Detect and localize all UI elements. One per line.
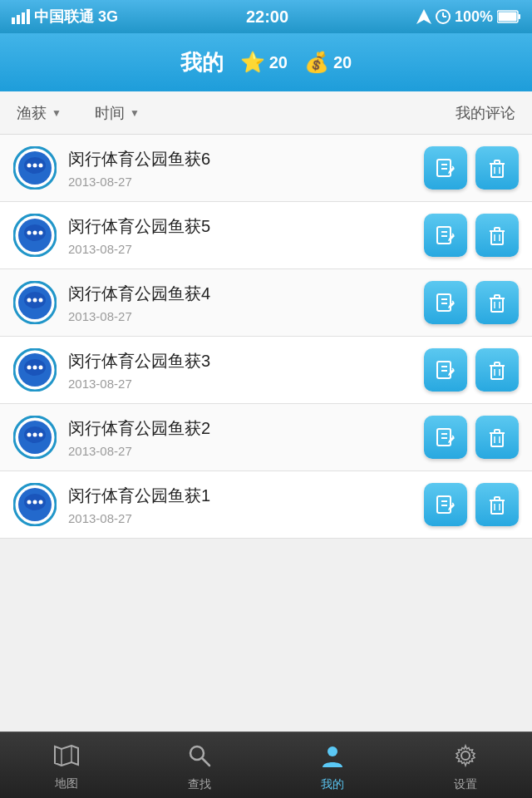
star-badge: ⭐ 20 (240, 51, 288, 74)
item-text: 闵行体育公园鱼获5 2013-08-27 (68, 215, 412, 256)
map-icon (53, 745, 80, 772)
bottom-nav: 地图 查找 我的 设置 (0, 732, 532, 798)
svg-rect-54 (491, 298, 503, 312)
nav-item-mine[interactable]: 我的 (266, 739, 399, 792)
svg-point-15 (33, 164, 37, 168)
delete-button[interactable] (475, 483, 519, 526)
svg-point-78 (27, 433, 32, 437)
edit-button[interactable] (424, 416, 467, 459)
nav-settings-label: 设置 (454, 777, 477, 792)
money-count: 20 (333, 53, 352, 72)
svg-rect-88 (495, 430, 500, 433)
svg-point-95 (33, 500, 37, 505)
svg-rect-104 (495, 497, 500, 500)
item-chat-icon (13, 281, 57, 324)
star-icon: ⭐ (240, 51, 265, 74)
list-item: 闵行体育公园鱼获5 2013-08-27 (0, 202, 532, 269)
edit-button[interactable] (424, 483, 467, 526)
carrier-label: 中国联通 (34, 7, 94, 27)
svg-point-96 (39, 500, 43, 505)
item-chat-icon (13, 483, 57, 526)
nav-mine-label: 我的 (321, 777, 344, 792)
clock-icon (436, 9, 451, 24)
battery-label: 100% (455, 8, 493, 26)
item-text: 闵行体育公园鱼获6 2013-08-27 (68, 148, 412, 189)
svg-rect-24 (495, 160, 500, 164)
header: 我的 ⭐ 20 💰 20 (0, 33, 532, 91)
filter-catch[interactable]: 渔获 ▼ (17, 103, 62, 123)
delete-button[interactable] (475, 214, 519, 257)
filter-time-label: 时间 (95, 103, 125, 123)
svg-point-63 (33, 366, 37, 370)
svg-point-31 (33, 231, 37, 235)
item-text: 闵行体育公园鱼获3 2013-08-27 (68, 350, 412, 391)
item-chat-icon (13, 146, 57, 190)
svg-point-112 (461, 751, 470, 760)
nav-item-settings[interactable]: 设置 (399, 739, 532, 792)
edit-button[interactable] (424, 146, 467, 190)
item-actions (424, 214, 519, 257)
delete-button[interactable] (475, 416, 519, 459)
filter-comment[interactable]: 我的评论 (456, 103, 515, 123)
list-item: 闵行体育公园鱼获3 2013-08-27 (0, 337, 532, 404)
nav-item-map[interactable]: 地图 (0, 740, 133, 791)
item-title: 闵行体育公园鱼获4 (68, 283, 412, 305)
filter-time[interactable]: 时间 ▼ (95, 103, 140, 123)
item-actions (424, 146, 519, 190)
nav-search-label: 查找 (188, 777, 211, 792)
svg-point-111 (328, 746, 337, 756)
svg-rect-3 (27, 9, 30, 24)
status-right: 100% (416, 8, 520, 26)
nav-item-search[interactable]: 查找 (133, 739, 266, 792)
delete-button[interactable] (475, 281, 519, 324)
svg-rect-2 (22, 12, 25, 24)
delete-button[interactable] (475, 348, 519, 392)
time-label: 22:00 (246, 7, 288, 27)
battery-icon (497, 10, 520, 23)
svg-point-62 (27, 366, 32, 370)
svg-rect-1 (17, 15, 20, 24)
item-actions (424, 483, 519, 526)
item-actions (424, 281, 519, 324)
svg-point-47 (33, 298, 37, 303)
search-icon (188, 744, 211, 773)
money-badge: 💰 20 (304, 51, 352, 74)
edit-button[interactable] (424, 348, 467, 392)
item-actions (424, 416, 519, 459)
svg-rect-40 (495, 228, 500, 231)
item-title: 闵行体育公园鱼获3 (68, 350, 412, 372)
delete-button[interactable] (475, 146, 519, 190)
status-left: 中国联通 3G (12, 7, 118, 27)
signal-icon (12, 9, 30, 24)
time-arrow-icon: ▼ (130, 107, 140, 119)
svg-rect-72 (495, 362, 500, 366)
money-icon: 💰 (304, 51, 329, 74)
network-label: 3G (98, 8, 118, 26)
edit-button[interactable] (424, 281, 467, 324)
filter-catch-label: 渔获 (17, 103, 47, 123)
person-icon (321, 744, 344, 773)
svg-point-30 (27, 231, 32, 235)
svg-point-79 (33, 433, 37, 437)
edit-button[interactable] (424, 214, 467, 257)
catch-arrow-icon: ▼ (52, 107, 62, 119)
item-text: 闵行体育公园鱼获1 2013-08-27 (68, 485, 412, 525)
nav-map-label: 地图 (55, 776, 78, 791)
list-container: 闵行体育公园鱼获6 2013-08-27 (0, 135, 532, 732)
svg-rect-102 (491, 500, 503, 514)
item-chat-icon (13, 214, 57, 257)
svg-point-46 (27, 298, 32, 303)
svg-rect-9 (519, 14, 521, 19)
item-title: 闵行体育公园鱼获1 (68, 485, 412, 507)
item-date: 2013-08-27 (68, 511, 412, 525)
svg-point-64 (39, 366, 43, 370)
item-date: 2013-08-27 (68, 377, 412, 391)
svg-rect-10 (499, 12, 517, 22)
item-title: 闵行体育公园鱼获5 (68, 215, 412, 238)
item-chat-icon (13, 416, 57, 459)
list-item: 闵行体育公园鱼获2 2013-08-27 (0, 404, 532, 471)
star-count: 20 (269, 53, 288, 72)
item-date: 2013-08-27 (68, 444, 412, 458)
svg-rect-0 (12, 17, 15, 24)
location-icon (416, 9, 431, 24)
